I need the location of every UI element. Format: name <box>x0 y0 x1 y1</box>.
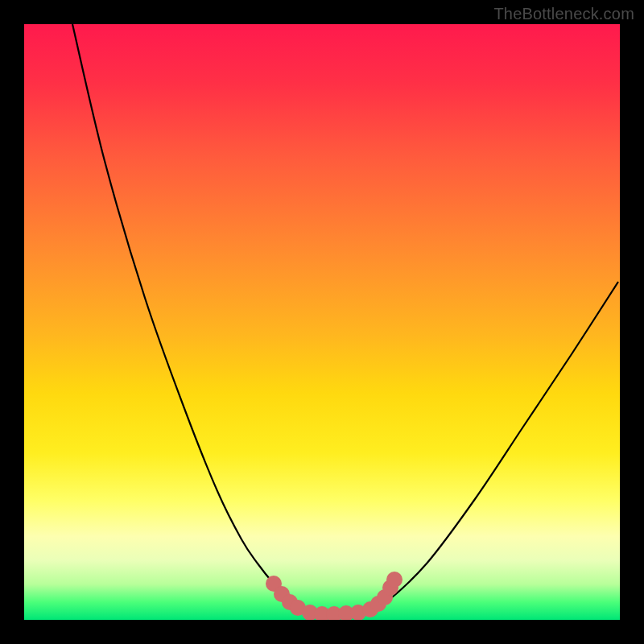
bottleneck-curve-path <box>72 24 618 613</box>
bottleneck-curve-svg <box>24 24 620 620</box>
watermark-text: TheBottleneck.com <box>493 5 634 23</box>
bottom-ridge-markers <box>266 572 402 620</box>
chart-plot-area <box>24 24 620 620</box>
ridge-marker <box>386 572 402 588</box>
